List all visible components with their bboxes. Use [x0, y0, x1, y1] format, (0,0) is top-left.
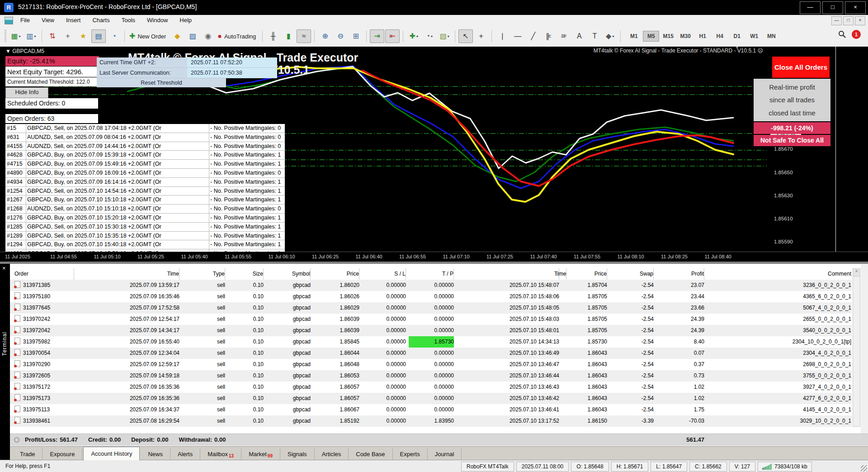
- terminal-close-icon[interactable]: ×: [2, 265, 6, 272]
- timeframe-mn[interactable]: MN: [763, 31, 779, 42]
- open-order-row[interactable]: #1267 GBPCAD, Buy, on 2025.07.10 15:10:1…: [5, 195, 285, 205]
- timeframe-h1[interactable]: H1: [694, 31, 711, 42]
- close-button[interactable]: ×: [845, 1, 866, 14]
- open-order-row[interactable]: #15 GBPCAD, Sell, on 2025.07.08 17:04:18…: [5, 124, 285, 133]
- terminal-tab[interactable]: Articles: [315, 448, 349, 460]
- table-row[interactable]: 313971385 2025.07.09 13:59:17 sell 0.10 …: [10, 280, 852, 291]
- terminal-tab[interactable]: Journal: [428, 448, 462, 460]
- profiles-button[interactable]: ▥▾: [24, 29, 38, 43]
- mql5-community-button[interactable]: ▨: [185, 29, 200, 43]
- data-window-button[interactable]: +: [61, 29, 75, 43]
- terminal-tab[interactable]: Trade: [13, 448, 42, 460]
- maximize-button[interactable]: □: [822, 1, 843, 14]
- table-row[interactable]: 313975180 2025.07.09 16:35:46 sell 0.10 …: [10, 291, 852, 302]
- table-row[interactable]: 313972042 2025.07.09 14:34:17 sell 0.10 …: [10, 325, 852, 336]
- terminal-tab[interactable]: Mailbox13: [200, 448, 241, 460]
- column-close-time[interactable]: Time▽: [457, 268, 559, 280]
- terminal-tab[interactable]: Account History: [83, 447, 140, 460]
- scrollbar-up-icon[interactable]: ^: [853, 269, 860, 277]
- notification-badge[interactable]: 1: [852, 30, 861, 39]
- dropdown-caret-icon[interactable]: ▾: [431, 34, 433, 38]
- menu-item[interactable]: Window: [141, 15, 174, 26]
- indicators-button[interactable]: ✚▾: [406, 29, 421, 43]
- chart-shift-button[interactable]: ⇤: [385, 29, 400, 43]
- dropdown-caret-icon[interactable]: ▾: [19, 34, 21, 38]
- chart-restore-button[interactable]: □: [843, 16, 854, 25]
- column-open-time[interactable]: Time: [77, 268, 179, 280]
- text-button[interactable]: A: [572, 29, 586, 43]
- new-chart-button[interactable]: ▦▾: [9, 29, 23, 43]
- timeframe-m30[interactable]: M30: [677, 31, 693, 42]
- table-row[interactable]: 313975173 2025.07.09 16:35:36 sell 0.10 …: [10, 393, 852, 404]
- hide-info-button[interactable]: Hide Info: [5, 87, 48, 98]
- menu-item[interactable]: Charts: [86, 15, 115, 26]
- open-order-row[interactable]: #4628 GBPCAD, Buy, on 2025.07.09 15:39:1…: [5, 151, 285, 160]
- column-open-price[interactable]: Price: [314, 268, 359, 280]
- bar-chart-button[interactable]: ╫: [266, 29, 280, 43]
- column-order[interactable]: Order: [14, 268, 74, 280]
- open-order-row[interactable]: #4890 GBPCAD, Buy, on 2025.07.09 16:09:1…: [5, 169, 285, 178]
- zoom-out-button[interactable]: ⊖: [333, 29, 348, 43]
- timeframe-h4[interactable]: H4: [712, 31, 728, 42]
- terminal-tab[interactable]: Market99: [241, 448, 280, 460]
- vertical-line-button[interactable]: |: [495, 29, 509, 43]
- open-order-row[interactable]: #1254 GBPCAD, Sell, on 2025.07.10 14:54:…: [5, 187, 285, 196]
- table-row[interactable]: 313977645 2025.07.09 17:52:58 sell 0.10 …: [10, 302, 852, 314]
- zoom-in-button[interactable]: ⊕: [318, 29, 332, 43]
- line-chart-button[interactable]: ≈: [297, 29, 311, 43]
- column-symbol[interactable]: Symbol: [267, 268, 311, 280]
- close-all-orders-button[interactable]: Close All Orders: [772, 57, 830, 78]
- column-type[interactable]: Type: [182, 268, 225, 280]
- terminal-tab[interactable]: Signals: [280, 448, 315, 460]
- open-order-row[interactable]: #1285 GBPCAD, Sell, on 2025.07.10 15:30:…: [5, 223, 285, 232]
- timeframe-m15[interactable]: M15: [660, 31, 676, 42]
- table-row[interactable]: 313975172 2025.07.09 16:35:36 sell 0.10 …: [10, 381, 852, 393]
- open-order-row[interactable]: #1268 AUDNZD, Sell, on 2025.07.10 15:10:…: [5, 205, 285, 214]
- column-size[interactable]: Size: [228, 268, 264, 280]
- menu-item[interactable]: File: [14, 15, 36, 26]
- dropdown-caret-icon[interactable]: ▾: [612, 34, 614, 38]
- column-sl[interactable]: S / L: [362, 268, 406, 280]
- strategy-tester-button[interactable]: ◔: [107, 29, 121, 43]
- text-label-button[interactable]: T: [587, 29, 602, 43]
- resize-grip[interactable]: [861, 465, 867, 472]
- new-order-button[interactable]: ✚New Order: [128, 29, 169, 43]
- terminal-tab[interactable]: News: [141, 448, 170, 460]
- reset-threshold-button[interactable]: Reset Threshold: [97, 78, 226, 87]
- table-row[interactable]: 313972605 2025.07.09 14:59:18 sell 0.10 …: [10, 370, 852, 381]
- terminal-tab[interactable]: Alerts: [170, 448, 200, 460]
- chart-window-icon[interactable]: [5, 17, 13, 24]
- dropdown-caret-icon[interactable]: ▾: [448, 34, 449, 38]
- chart-symbol-label[interactable]: ▼ GBPCAD,M5: [5, 48, 44, 54]
- sad-face-icon[interactable]: ☹: [757, 48, 763, 54]
- terminal-tab[interactable]: Code Base: [349, 448, 392, 460]
- arrows-button[interactable]: ◆▾: [603, 29, 617, 43]
- table-header[interactable]: Order Time Type Size Symbol Price S / L …: [10, 268, 852, 280]
- navigator-button[interactable]: ★: [76, 29, 90, 43]
- metaeditor-button[interactable]: ◆: [170, 29, 184, 43]
- cursor-button[interactable]: ↖: [458, 29, 473, 43]
- column-tp[interactable]: T / P: [409, 268, 454, 280]
- table-row[interactable]: 313938461 2025.07.08 16:29:54 sell 0.10 …: [10, 415, 852, 427]
- periods-button[interactable]: ◔▾: [422, 29, 436, 43]
- candlestick-button[interactable]: ▮: [281, 29, 296, 43]
- open-order-row[interactable]: #1289 GBPCAD, Sell, on 2025.07.10 15:35:…: [5, 232, 285, 241]
- table-row[interactable]: 313970242 2025.07.09 12:54:17 sell 0.10 …: [10, 314, 852, 325]
- time-axis[interactable]: 11 Jul 202511 Jul 04:5511 Jul 05:1011 Ju…: [0, 252, 868, 262]
- open-order-row[interactable]: #4155 AUDNZD, Sell, on 2025.07.09 14:44:…: [5, 142, 285, 151]
- column-comment[interactable]: Comment: [707, 268, 851, 280]
- timeframe-w1[interactable]: W1: [746, 31, 762, 42]
- menu-item[interactable]: Help: [174, 15, 198, 26]
- autotrading-button[interactable]: ●AutoTrading: [216, 29, 259, 43]
- auto-scroll-button[interactable]: ⇥: [370, 29, 384, 43]
- crosshair-button[interactable]: +: [474, 29, 488, 43]
- trendline-button[interactable]: ╱: [526, 29, 540, 43]
- timeframe-m1[interactable]: M1: [626, 31, 642, 42]
- search-icon[interactable]: [838, 30, 846, 38]
- chart-close-button[interactable]: ×: [855, 16, 865, 25]
- column-close-price[interactable]: Price: [562, 268, 607, 280]
- table-row[interactable]: 313970054 2025.07.09 12:34:04 sell 0.10 …: [10, 348, 852, 359]
- open-order-row[interactable]: #4934 GBPCAD, Buy, on 2025.07.09 16:14:1…: [5, 178, 285, 187]
- menu-item[interactable]: Tools: [116, 15, 141, 26]
- broadcast-button[interactable]: ◉: [201, 29, 215, 43]
